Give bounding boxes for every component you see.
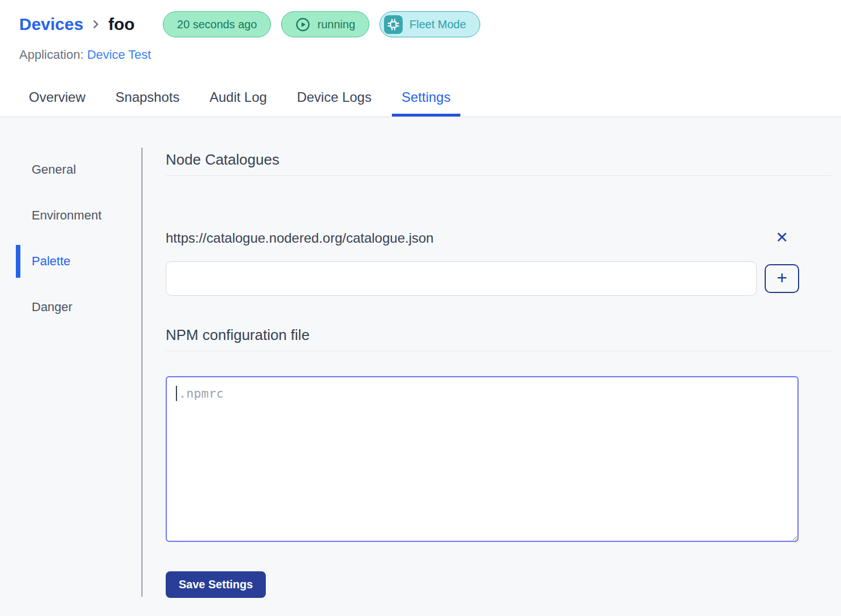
- new-catalogue-input[interactable]: [166, 261, 757, 296]
- sidebar-item-danger[interactable]: Danger: [0, 291, 141, 324]
- mode-badge-label: Fleet Mode: [409, 18, 466, 31]
- section-divider: [166, 351, 831, 351]
- catalogue-url-text: https://catalogue.nodered.org/catalogue.…: [166, 230, 757, 246]
- sidebar-item-environment[interactable]: Environment: [0, 199, 141, 232]
- npm-config-textarea-wrap: .npmrc: [166, 376, 799, 544]
- status-badge-label: running: [317, 18, 355, 31]
- sidebar-item-palette[interactable]: Palette: [0, 245, 141, 278]
- device-status-badges: 20 seconds ago running Fleet Mode: [163, 11, 480, 37]
- tab-audit-log[interactable]: Audit Log: [200, 89, 276, 117]
- remove-catalogue-button[interactable]: ✕: [773, 228, 791, 248]
- application-link[interactable]: Device Test: [87, 48, 151, 62]
- application-label: Application:: [19, 48, 84, 62]
- page-header: Devices foo 20 seconds ago running: [0, 0, 841, 117]
- last-seen-badge-label: 20 seconds ago: [177, 18, 257, 31]
- tab-device-logs[interactable]: Device Logs: [287, 89, 381, 117]
- tab-settings[interactable]: Settings: [392, 89, 460, 117]
- last-seen-badge: 20 seconds ago: [163, 11, 271, 37]
- tab-overview[interactable]: Overview: [19, 89, 95, 117]
- new-catalogue-row: +: [166, 261, 799, 296]
- play-circle-icon: [295, 17, 310, 32]
- status-badge: running: [281, 11, 369, 37]
- mode-badge: Fleet Mode: [379, 11, 480, 37]
- add-catalogue-button[interactable]: +: [765, 264, 799, 293]
- save-settings-button[interactable]: Save Settings: [166, 571, 266, 598]
- settings-content: General Environment Palette Danger Node …: [0, 117, 841, 612]
- catalogue-entry-row: https://catalogue.nodered.org/catalogue.…: [166, 228, 799, 248]
- npm-config-textarea[interactable]: [166, 376, 799, 542]
- application-row: Application: Device Test: [0, 37, 841, 62]
- breadcrumb-current-device: foo: [108, 15, 135, 34]
- section-divider: [166, 175, 831, 176]
- node-catalogues-heading: Node Catalogues: [166, 151, 831, 169]
- cpu-chip-icon: [384, 15, 403, 34]
- settings-sidebar: General Environment Palette Danger: [0, 117, 141, 612]
- breadcrumb: Devices foo 20 seconds ago running: [0, 0, 841, 37]
- tab-snapshots[interactable]: Snapshots: [106, 89, 189, 117]
- sidebar-item-general[interactable]: General: [0, 153, 141, 186]
- npm-config-heading: NPM configuration file: [166, 326, 831, 344]
- npm-config-section: NPM configuration file .npmrc: [166, 326, 831, 544]
- breadcrumb-devices-link[interactable]: Devices: [19, 15, 83, 34]
- palette-settings-panel: Node Catalogues https://catalogue.nodere…: [143, 117, 841, 612]
- device-tabs: Overview Snapshots Audit Log Device Logs…: [0, 89, 841, 117]
- chevron-right-icon: [90, 19, 101, 30]
